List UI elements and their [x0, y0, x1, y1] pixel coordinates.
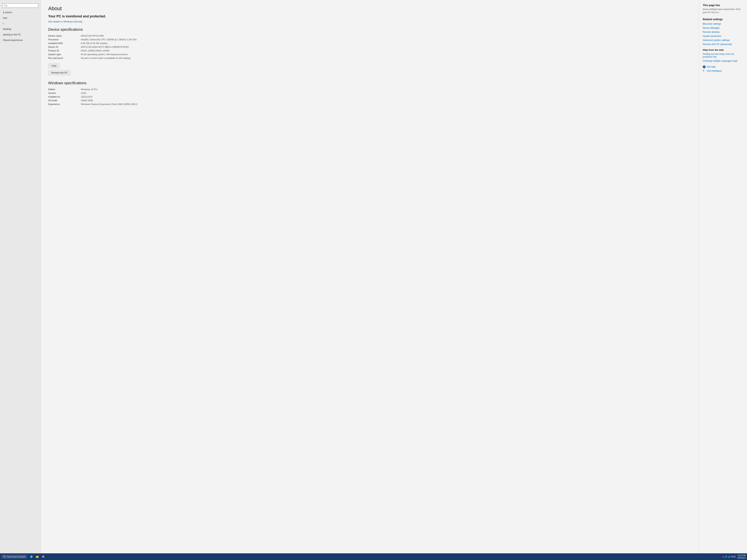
protection-status: Your PC is monitored and protected. [48, 15, 691, 18]
sidebar-item-t[interactable]: t [0, 21, 41, 26]
spec-value-ram: 6.00 GB (5.90 GB usable) [81, 42, 691, 45]
related-settings-title: Related settings [703, 18, 743, 21]
copy-button[interactable]: Copy [48, 63, 60, 68]
spec-label-pen-touch: Pen and touch [48, 57, 78, 59]
main-content: About Your PC is monitored and protected… [41, 0, 699, 553]
taskbar-edge-icon[interactable] [29, 554, 34, 559]
help-link-cores[interactable]: Finding out how many cores my processor … [703, 53, 743, 58]
feedback-icon: ✏ [703, 70, 706, 73]
help-title: Help from the web [703, 49, 743, 51]
sidebar-item-actions[interactable]: & actions [0, 10, 41, 15]
svg-line-1 [5, 6, 6, 6]
related-settings-section: Related settings BitLocker settings Devi… [703, 18, 743, 46]
svg-point-8 [43, 556, 44, 557]
edge-browser-icon [30, 555, 33, 558]
spec-value-pen-touch: No pen or touch input is available for t… [81, 57, 691, 59]
sidebar-search-box[interactable] [2, 3, 38, 8]
search-icon [4, 4, 6, 7]
taskbar-date-display: 2/20/2024 [737, 557, 746, 559]
rename-pc-button[interactable]: Rename this PC [48, 70, 71, 75]
taskbar-volume-icon: 🔊 [728, 556, 731, 558]
taskbar-search-area[interactable]: Type here to search [1, 555, 27, 559]
right-panel: This page has Some settings have moved h… [699, 0, 747, 553]
svg-point-2 [4, 556, 5, 557]
sidebar-item-projecting[interactable]: ojecting to this PC [0, 32, 41, 37]
spec-label-device-id: Device ID [48, 46, 78, 48]
sidebar-item-shared-experiences[interactable]: Shared experiences [0, 37, 41, 43]
give-feedback-link[interactable]: Give feedback [707, 70, 722, 72]
taskbar-search-label: Type here to search [7, 556, 25, 558]
windows-security-link[interactable]: See details in Windows Security [48, 20, 82, 23]
spec-label-processor: Processor [48, 38, 78, 41]
taskbar-time-display: 10:16 PM [738, 554, 746, 557]
spec-value-os-build: 19045.3930 [81, 99, 691, 102]
spec-value-version: 22H2 [81, 92, 691, 95]
svg-point-0 [4, 5, 5, 6]
taskbar: Type here to search [0, 553, 747, 560]
related-link-remote-desktop[interactable]: Remote desktop [703, 31, 743, 33]
windows-specs-section: Windows specifications Edition Windows 1… [48, 81, 691, 106]
sidebar-search-input[interactable] [6, 4, 37, 7]
svg-line-3 [5, 557, 6, 558]
taskbar-clock[interactable]: 10:16 PM 2/20/2024 [737, 554, 746, 559]
spec-value-processor: Intel(R) Celeron(R) CPU 1005M @ 1.90GHz … [81, 38, 691, 41]
sidebar-item-sleep[interactable]: leep [0, 15, 41, 21]
related-link-advanced-system[interactable]: Advanced system settings [703, 39, 743, 42]
spec-label-ram: Installed RAM [48, 42, 78, 45]
spec-label-edition: Edition [48, 88, 78, 91]
get-help-link[interactable]: Get help [707, 65, 716, 68]
spec-label-system-type: System type [48, 53, 78, 56]
taskbar-system-icons: ∧ 🌐 🔊 ENG [723, 556, 736, 558]
taskbar-settings-icon[interactable] [41, 554, 46, 559]
svg-rect-6 [36, 556, 37, 557]
help-link-languages[interactable]: Checking multiple Languages supp [703, 60, 743, 62]
taskbar-right-area: ∧ 🌐 🔊 ENG 10:16 PM 2/20/2024 [723, 554, 746, 559]
taskbar-explorer-icon[interactable] [35, 554, 40, 559]
related-link-rename-advanced[interactable]: Rename this PC (advanced) [703, 43, 743, 46]
taskbar-language-label: ENG [731, 556, 736, 558]
svg-rect-7 [36, 557, 38, 558]
get-help-icon: ? [703, 65, 706, 68]
sidebar-item-multitasking[interactable]: titasking [0, 26, 41, 32]
page-title: About [48, 5, 691, 11]
spec-value-installed-on: 10/31/2013 [81, 96, 691, 98]
spec-value-edition: Windows 10 Pro [81, 88, 691, 91]
spec-label-os-build: OS build [48, 99, 78, 102]
spec-value-experience: Windows Feature Experience Pack 1000.190… [81, 103, 691, 106]
device-specs-title: Device specifications [48, 27, 691, 32]
spec-value-device-id: 4357123D-6493-4ECF-9BEA-C99D8F1F5CE0 [81, 46, 691, 48]
feedback-row: ✏ Give feedback [703, 70, 743, 73]
sidebar: & actions leep t titasking ojecting to t… [0, 0, 41, 553]
notice-text: Some settings have moved here. Find your… [703, 8, 743, 14]
spec-label-installed-on: Installed on [48, 96, 78, 98]
taskbar-search-icon [3, 555, 6, 558]
get-help-row: ? Get help [703, 65, 743, 68]
spec-label-device-name: Device name [48, 35, 78, 37]
taskbar-network-icon: 🌐 [725, 556, 727, 558]
related-link-bitlocker[interactable]: BitLocker settings [703, 23, 743, 25]
spec-value-system-type: 64-bit operating system, x64-based proce… [81, 53, 691, 56]
help-section: Help from the web Finding out how many c… [703, 49, 743, 62]
sidebar-navigation: & actions leep t titasking ojecting to t… [0, 10, 41, 43]
device-specs-table: Device name DESKTOP-RFVK7RM Processor In… [48, 35, 691, 59]
file-explorer-icon [35, 555, 39, 558]
windows-specs-table: Edition Windows 10 Pro Version 22H2 Inst… [48, 88, 691, 106]
related-link-device-manager[interactable]: Device Manager [703, 27, 743, 29]
related-link-system-protection[interactable]: System protection [703, 35, 743, 37]
spec-label-product-id: Product ID [48, 49, 78, 52]
settings-gear-icon [42, 555, 45, 558]
windows-specs-title: Windows specifications [48, 81, 691, 85]
notice-title: This page has [703, 4, 743, 7]
right-panel-notice: This page has Some settings have moved h… [703, 4, 743, 14]
spec-value-device-name: DESKTOP-RFVK7RM [81, 35, 691, 37]
spec-label-experience: Experience [48, 103, 78, 106]
spec-value-product-id: 00331-10000-00001-AA004 [81, 49, 691, 52]
spec-label-version: Version [48, 92, 78, 95]
taskbar-chevron-icon: ∧ [723, 556, 724, 558]
